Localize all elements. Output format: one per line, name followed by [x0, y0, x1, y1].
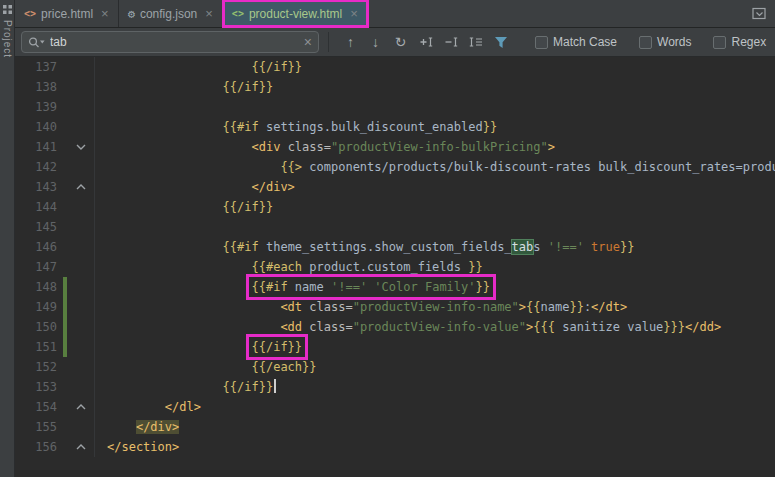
line-number: 140	[15, 117, 62, 137]
vcs-change-marker	[63, 317, 67, 337]
vcs-gutter	[63, 137, 67, 157]
divider	[328, 32, 329, 52]
line-number: 146	[15, 237, 62, 257]
code-text: </div>	[95, 177, 295, 197]
code-line-155[interactable]: 155 </div>	[15, 417, 775, 437]
add-selection-icon[interactable]	[413, 31, 438, 53]
code-line-154[interactable]: 154 </dl>	[15, 397, 775, 417]
gutter: 154	[15, 397, 95, 417]
option-label: Regex	[731, 35, 766, 49]
gutter: 141	[15, 137, 95, 157]
fold-down-icon[interactable]	[68, 137, 94, 157]
code-line-139[interactable]: 139	[15, 97, 775, 117]
tool-windows-grid-icon[interactable]	[3, 5, 12, 14]
clear-search-icon[interactable]: ×	[304, 35, 312, 49]
search-icon[interactable]	[28, 36, 45, 49]
fold-column	[68, 257, 94, 277]
tab-product-view.html[interactable]: <>product-view.html×	[223, 0, 368, 27]
code-line-151[interactable]: 151 {{/if}}	[15, 337, 775, 357]
checkbox[interactable]	[639, 36, 652, 49]
fold-up-icon[interactable]	[68, 177, 94, 197]
tab-label: config.json	[140, 7, 197, 21]
option-label: Words	[657, 35, 691, 49]
gutter: 150	[15, 317, 95, 337]
checkbox[interactable]	[535, 36, 548, 49]
fold-column	[68, 197, 94, 217]
code-text: {{/if}}	[95, 57, 302, 77]
vcs-gutter	[63, 97, 67, 117]
code-line-150[interactable]: 150 <dd class="productView-info-value">{…	[15, 317, 775, 337]
gutter: 149	[15, 297, 95, 317]
find-refresh-icon[interactable]: ↻	[388, 31, 413, 53]
gutter: 155	[15, 417, 95, 437]
code-line-137[interactable]: 137 {{/if}}	[15, 57, 775, 77]
tab-config.json[interactable]: ⚙config.json×	[119, 0, 223, 27]
vcs-gutter	[63, 237, 67, 257]
gutter: 144	[15, 197, 95, 217]
find-previous-button[interactable]: ↑	[338, 31, 363, 53]
option-regex[interactable]: Regex	[713, 35, 766, 49]
vcs-change-marker	[63, 337, 67, 357]
code-line-156[interactable]: 156</section>	[15, 437, 775, 457]
line-number: 145	[15, 217, 62, 237]
tab-list-icon[interactable]	[752, 7, 767, 20]
tab-price.html[interactable]: <>price.html×	[15, 0, 119, 27]
code-line-141[interactable]: 141 <div class="productView-info-bulkPri…	[15, 137, 775, 157]
search-input[interactable]	[50, 35, 299, 49]
fold-column	[68, 377, 94, 397]
editor-pane[interactable]: 137 {{/if}}138 {{/if}}139140 {{#if setti…	[15, 57, 775, 477]
line-number: 141	[15, 137, 62, 157]
fold-column	[68, 57, 94, 77]
search-history-caret-icon	[40, 40, 45, 43]
fold-column	[68, 337, 94, 357]
vcs-change-marker	[63, 277, 67, 297]
code-line-146[interactable]: 146 {{#if theme_settings.show_custom_fie…	[15, 237, 775, 257]
code-area[interactable]: 137 {{/if}}138 {{/if}}139140 {{#if setti…	[15, 57, 775, 457]
tab-label: product-view.html	[249, 7, 342, 21]
code-line-153[interactable]: 153 {{/if}}	[15, 377, 775, 397]
code-line-140[interactable]: 140 {{#if settings.bulk_discount_enabled…	[15, 117, 775, 137]
gutter: 139	[15, 97, 95, 117]
filter-search-icon[interactable]	[488, 31, 513, 53]
option-match-case[interactable]: Match Case	[535, 35, 617, 49]
code-text: <div class="productView-info-bulkPricing…	[95, 137, 555, 157]
find-next-button[interactable]: ↓	[363, 31, 388, 53]
code-line-144[interactable]: 144 {{/if}}	[15, 197, 775, 217]
vcs-gutter	[63, 357, 67, 377]
fold-up-icon[interactable]	[68, 437, 94, 457]
fold-column	[68, 77, 94, 97]
tab-close-icon[interactable]: ×	[205, 7, 213, 20]
code-line-138[interactable]: 138 {{/if}}	[15, 77, 775, 97]
tab-close-icon[interactable]: ×	[350, 7, 358, 20]
code-text: {{#if settings.bulk_discount_enabled}}	[95, 117, 497, 137]
html-file-icon: <>	[24, 8, 36, 19]
gutter: 145	[15, 217, 95, 237]
fold-column	[68, 237, 94, 257]
vcs-gutter	[63, 197, 67, 217]
editor-tab-bar: <>price.html×⚙config.json×<>product-view…	[15, 0, 775, 28]
tool-stripe-project[interactable]: Project	[2, 20, 13, 58]
search-field[interactable]: ×	[21, 31, 319, 53]
find-bar: × ↑ ↓ ↻ Match CaseWordsRegex	[15, 28, 775, 57]
line-number: 154	[15, 397, 62, 417]
code-line-149[interactable]: 149 <dt class="productView-info-name">{{…	[15, 297, 775, 317]
checkbox[interactable]	[713, 36, 726, 49]
select-all-occurrences-icon[interactable]	[463, 31, 488, 53]
code-line-142[interactable]: 142 {{> components/products/bulk-discoun…	[15, 157, 775, 177]
tab-close-icon[interactable]: ×	[101, 7, 109, 20]
line-number: 149	[15, 297, 62, 317]
code-line-148[interactable]: 148 {{#if name '!==' 'Color Family'}}	[15, 277, 775, 297]
code-line-145[interactable]: 145	[15, 217, 775, 237]
line-number: 144	[15, 197, 62, 217]
code-line-143[interactable]: 143 </div>	[15, 177, 775, 197]
line-number: 139	[15, 97, 62, 117]
option-words[interactable]: Words	[639, 35, 691, 49]
code-line-152[interactable]: 152 {{/each}}	[15, 357, 775, 377]
remove-selection-icon[interactable]	[438, 31, 463, 53]
line-number: 142	[15, 157, 62, 177]
fold-column	[68, 297, 94, 317]
code-line-147[interactable]: 147 {{#each product.custom_fields }}	[15, 257, 775, 277]
fold-up-icon[interactable]	[68, 397, 94, 417]
gutter: 148	[15, 277, 95, 297]
code-text: <dt class="productView-info-name">{{name…	[95, 297, 627, 317]
